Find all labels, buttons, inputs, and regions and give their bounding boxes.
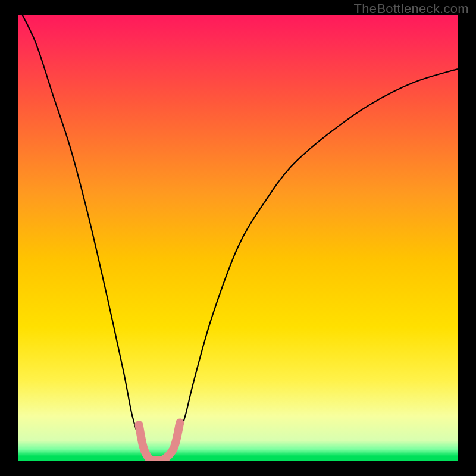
- watermark-text: TheBottleneck.com: [354, 1, 469, 17]
- plot-background: [18, 15, 458, 461]
- bottleneck-chart: [0, 0, 476, 476]
